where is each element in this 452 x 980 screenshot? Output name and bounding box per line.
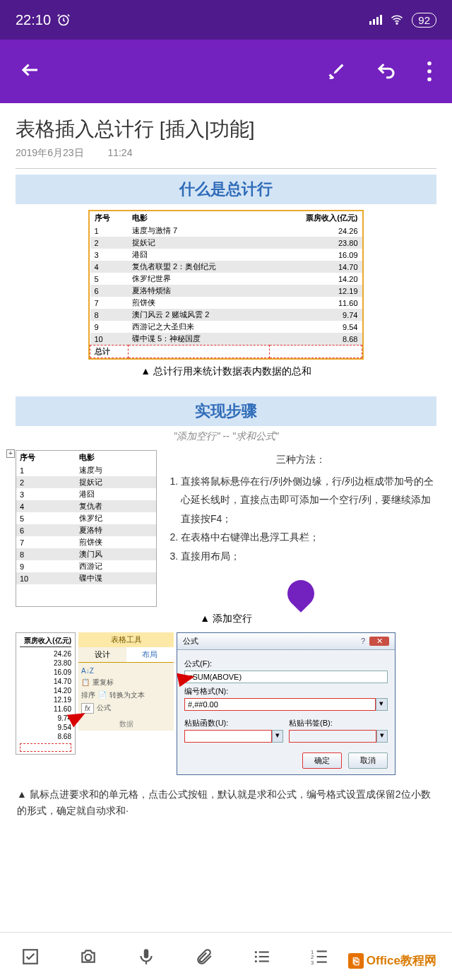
table-row: 4复仇者联盟 2：奥创纪元14.70: [90, 261, 362, 273]
chevron-down-icon[interactable]: ▾: [272, 730, 283, 743]
list-item: 在表格中右键弹出悬浮工具栏；: [181, 528, 436, 547]
svg-point-4: [427, 77, 432, 81]
close-icon[interactable]: ✕: [369, 637, 389, 646]
svg-rect-7: [144, 949, 149, 958]
ok-button[interactable]: 确定: [302, 752, 342, 769]
target-cell: [20, 743, 71, 752]
list-icon[interactable]: [253, 947, 271, 966]
svg-rect-12: [259, 955, 269, 957]
signal-icon: [369, 15, 382, 25]
svg-point-8: [255, 950, 257, 952]
divider: [16, 168, 436, 169]
table-row: 8澳门风: [16, 548, 156, 560]
add-row-handle[interactable]: +: [6, 449, 15, 458]
help-icon[interactable]: ?: [361, 637, 365, 645]
table-row: 10碟中谍 5：神秘国度8.68: [90, 333, 362, 346]
table-row: 3港囧16.09: [90, 249, 362, 261]
status-time: 22:10: [16, 12, 51, 28]
table-row: 9西游记之大圣归来9.54: [90, 321, 362, 333]
office-logo-icon: ⎘: [348, 953, 364, 969]
attachment-icon[interactable]: [195, 947, 213, 966]
table-row: 8澳门风云 2 赌城风雲 29.74: [90, 309, 362, 321]
methods-block: 三种方法： 直接将鼠标悬停在行/列外侧边缘，行/列边框成带加号的仝心延长线时，直…: [165, 450, 436, 607]
svg-rect-13: [259, 960, 269, 962]
pen-icon[interactable]: [326, 61, 346, 81]
section2-quote: "添加空行" -- "求和公式": [16, 430, 436, 443]
section3-row: 票房收入(亿元) 24.2623.8016.0914.7014.2012.191…: [16, 632, 436, 775]
chevron-down-icon[interactable]: ▾: [376, 730, 388, 743]
note-title[interactable]: 表格插入总计行 [插入|功能]: [16, 116, 436, 143]
watermark: ⎘ Office教程网: [348, 952, 436, 969]
arrow-icon: [177, 669, 196, 687]
note-meta: 2019年6月23日 11:24: [16, 147, 436, 160]
ribbon: 表格工具 设计 布局 A↓Z 📋重复标 排序 📄转换为文本 fx 公式 数据: [78, 632, 174, 731]
table-header: 序号 电影 票房收入(亿元): [90, 211, 362, 225]
table-row: 6夏洛特烦恼12.19: [90, 285, 362, 297]
more-icon[interactable]: [427, 61, 432, 81]
table-row: 5侏罗纪世界14.20: [90, 273, 362, 285]
section1-caption: ▲ 总计行用来统计数据表内数据的总和: [16, 365, 436, 378]
table-row: 1速度与: [16, 464, 156, 476]
formula-button[interactable]: fx 公式: [81, 702, 171, 715]
alarm-icon: [56, 13, 71, 27]
table-row: 3港囧: [16, 488, 156, 500]
mini-table: + 序号电影 1速度与2捉妖记3港囧4复仇者5侏罗纪6夏洛特7煎饼侠8澳门风9西…: [16, 450, 157, 607]
total-row: 总计: [90, 346, 362, 358]
svg-point-6: [85, 954, 92, 960]
table-row: 2捉妖记: [16, 476, 156, 488]
table-row: 10碟中谍: [16, 572, 156, 584]
numbered-list-icon[interactable]: 123: [311, 947, 329, 966]
svg-point-9: [255, 955, 257, 957]
app-bar: [0, 40, 452, 103]
methods-title: 三种方法：: [165, 450, 436, 469]
battery-indicator: 92: [412, 13, 436, 28]
svg-point-3: [427, 69, 432, 73]
list-item: 直接用布局；: [181, 547, 436, 566]
note-time: 11:24: [107, 147, 132, 158]
table-row: 5侏罗纪: [16, 512, 156, 524]
section2-heading: 实现步骤: [16, 396, 436, 426]
svg-rect-17: [317, 950, 327, 952]
list-item: 直接将鼠标悬停在行/列外侧边缘，行/列边框成带加号的仝心延长线时，直接点击即可添…: [181, 472, 436, 529]
table-row: 2捉妖记23.80: [90, 237, 362, 249]
svg-rect-19: [317, 961, 327, 962]
values-column: 票房收入(亿元) 24.2623.8016.0914.7014.2012.191…: [16, 632, 76, 755]
section2-caption: ▲ 添加空行: [16, 613, 436, 625]
paste-fn-input[interactable]: [184, 730, 272, 743]
example-table: 序号 电影 票房收入(亿元) 1速度与激情 724.262捉妖记23.803港囧…: [88, 210, 364, 360]
paste-bm-input[interactable]: [289, 730, 376, 743]
camera-icon[interactable]: [79, 947, 97, 966]
svg-text:3: 3: [311, 959, 314, 965]
formula-input[interactable]: [184, 671, 388, 683]
checkbox-icon[interactable]: [21, 947, 40, 966]
format-input[interactable]: [184, 698, 376, 711]
svg-point-1: [396, 23, 398, 24]
table-row: 4复仇者: [16, 500, 156, 512]
tab-design[interactable]: 设计: [78, 647, 126, 662]
note-content[interactable]: 表格插入总计行 [插入|功能] 2019年6月23日 11:24 什么是总计行 …: [0, 103, 452, 820]
table-row: 6夏洛特: [16, 524, 156, 536]
ink-drop-icon: [282, 574, 320, 613]
back-icon[interactable]: [20, 59, 41, 81]
note-date: 2019年6月23日: [16, 147, 84, 158]
section1-heading: 什么是总计行: [16, 175, 436, 204]
table-row: 7煎饼侠11.60: [90, 297, 362, 309]
status-bar: 22:10 92: [0, 0, 452, 40]
table-row: 1速度与激情 724.26: [90, 225, 362, 237]
ribbon-title: 表格工具: [78, 632, 174, 647]
cancel-button[interactable]: 取消: [348, 752, 388, 769]
chevron-down-icon[interactable]: ▾: [376, 698, 388, 711]
section3-desc: ▲ 鼠标点进要求和的单元格，点击公式按钮，默认就是求和公式，编号格式设置成保留2…: [17, 786, 435, 820]
svg-point-2: [427, 61, 432, 66]
dialog-title: 公式: [183, 636, 198, 647]
table-row: 9西游记: [16, 560, 156, 572]
tab-layout[interactable]: 布局: [126, 647, 174, 662]
formula-dialog: 公式 ? ✕ 公式(F): 编号格式(N): ▾ 粘贴函数(U):▾ 粘贴书签(…: [177, 632, 396, 775]
svg-rect-18: [317, 955, 327, 957]
undo-icon[interactable]: [376, 61, 397, 82]
wifi-icon: [389, 13, 405, 26]
svg-point-10: [255, 960, 257, 962]
table-row: 7煎饼侠: [16, 536, 156, 548]
svg-rect-11: [259, 951, 269, 952]
microphone-icon[interactable]: [137, 947, 155, 966]
